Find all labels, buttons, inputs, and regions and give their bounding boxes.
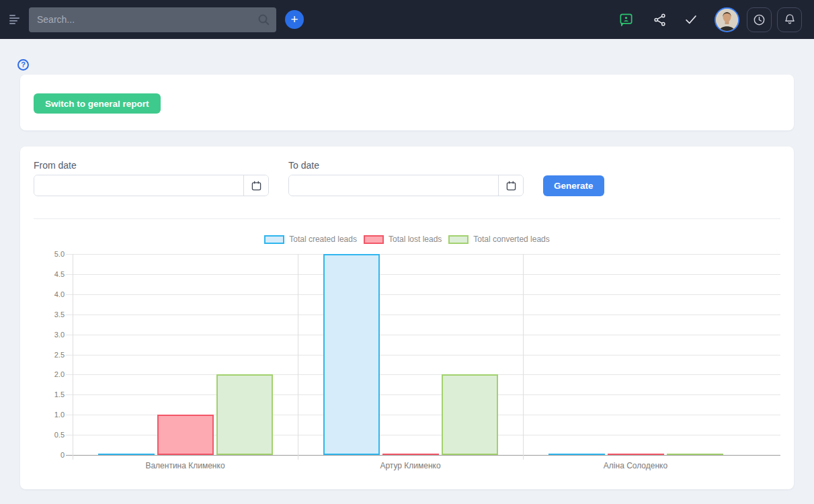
x-category-label: Аліна Солоденко <box>555 461 717 470</box>
from-date-label: From date <box>34 160 269 171</box>
navbar-right-group <box>618 7 802 32</box>
x-axis-line <box>66 455 780 456</box>
chart-bar <box>442 374 498 455</box>
h-gridline <box>66 254 780 255</box>
h-gridline <box>66 335 780 335</box>
legend-label: Total lost leads <box>389 235 442 244</box>
from-date-input[interactable] <box>34 175 243 196</box>
chart-bar <box>323 254 380 455</box>
legend-label: Total converted leads <box>473 235 549 244</box>
to-date-field <box>288 175 524 196</box>
report-card: From date To date <box>20 146 794 489</box>
h-gridline <box>66 314 780 315</box>
to-date-input[interactable] <box>289 175 498 196</box>
legend-swatch <box>264 235 284 244</box>
generate-button[interactable]: Generate <box>543 175 604 196</box>
from-date-calendar-icon[interactable] <box>243 175 268 196</box>
legend-item[interactable]: Total converted leads <box>448 235 549 244</box>
x-category-label: Артур Клименко <box>330 461 491 470</box>
y-tick-label: 4.0 <box>34 290 65 298</box>
legend-item[interactable]: Total created leads <box>264 235 357 244</box>
from-date-field <box>34 175 269 196</box>
top-navbar: + <box>0 0 814 39</box>
checkmark-icon[interactable] <box>684 12 698 27</box>
h-gridline <box>66 394 780 395</box>
y-tick-label: 3.5 <box>34 310 65 319</box>
x-category-label: Валентина Клименко <box>105 461 266 470</box>
chart-bar <box>667 454 723 455</box>
chart-bar <box>382 454 439 455</box>
to-date-label: To date <box>288 160 524 171</box>
h-gridline <box>66 274 780 275</box>
y-tick-label: 1.5 <box>34 390 65 398</box>
legend-item[interactable]: Total lost leads <box>364 235 442 244</box>
chart-bar <box>608 454 664 455</box>
chart-bar <box>216 374 273 455</box>
h-gridline <box>66 294 780 295</box>
share-icon[interactable] <box>653 13 667 27</box>
date-filters-row: From date To date <box>34 160 780 196</box>
notifications-bell-button[interactable] <box>777 7 802 32</box>
y-tick-label: 4.5 <box>34 270 65 278</box>
chart-legend: Total created leadsTotal lost leadsTotal… <box>34 235 780 244</box>
y-tick-label: 2.0 <box>34 370 65 378</box>
history-clock-button[interactable] <box>747 7 772 32</box>
add-button[interactable]: + <box>285 10 304 29</box>
to-date-group: To date <box>288 160 524 196</box>
y-tick-label: 0 <box>34 451 65 459</box>
search-box <box>29 7 276 32</box>
search-icon <box>257 13 270 29</box>
y-tick-label: 0.5 <box>34 431 65 439</box>
page-content: ? Switch to general report From date <box>0 39 814 489</box>
search-input[interactable] <box>29 7 276 32</box>
help-icon[interactable]: ? <box>17 59 29 71</box>
user-avatar[interactable] <box>715 7 739 32</box>
legend-swatch <box>364 235 384 244</box>
from-date-group: From date <box>34 160 269 196</box>
v-gridline <box>523 254 524 460</box>
switch-to-general-report-button[interactable]: Switch to general report <box>34 93 161 114</box>
y-tick-label: 3.0 <box>34 331 65 339</box>
chart-bar <box>98 454 155 455</box>
legend-label: Total created leads <box>289 235 357 244</box>
legend-swatch <box>448 235 469 244</box>
chart-bar <box>157 415 214 455</box>
v-gridline <box>73 254 73 460</box>
h-gridline <box>66 355 780 355</box>
chart-bar <box>548 454 605 455</box>
to-date-calendar-icon[interactable] <box>498 175 523 196</box>
sidebar-toggle-icon[interactable] <box>9 15 20 24</box>
y-tick-label: 1.0 <box>34 411 65 419</box>
h-gridline <box>66 374 780 375</box>
y-tick-label: 2.5 <box>34 351 65 359</box>
leads-bar-chart: Total created leadsTotal lost leadsTotal… <box>34 234 780 477</box>
report-switch-card: Switch to general report <box>20 75 794 130</box>
chat-icon[interactable] <box>618 12 634 28</box>
section-divider <box>34 218 780 219</box>
y-tick-label: 5.0 <box>34 250 65 258</box>
v-gridline <box>298 254 298 460</box>
